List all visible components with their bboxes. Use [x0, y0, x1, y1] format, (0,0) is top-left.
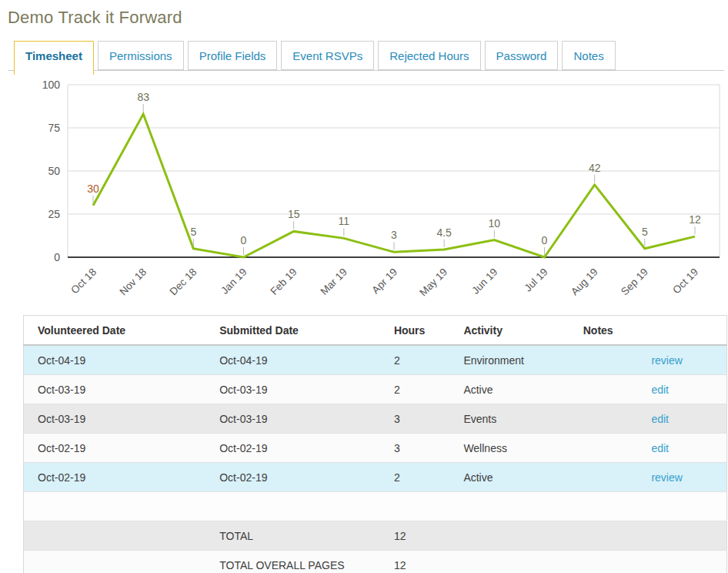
y-axis-tick-label: 100: [42, 79, 61, 91]
cell-notes: [569, 463, 638, 492]
table-row: Oct-03-19Oct-03-192Activeedit: [24, 375, 727, 404]
point-value-label: 11: [339, 215, 350, 227]
review-link[interactable]: review: [651, 354, 682, 367]
point-value-label: 83: [137, 91, 149, 103]
column-header-hours: Hours: [380, 316, 449, 346]
cell-empty: [449, 551, 569, 573]
table-empty-row: [24, 492, 727, 521]
cell-action: edit: [637, 404, 726, 434]
x-axis-tick-label: Oct 19: [670, 266, 700, 297]
hours-chart: 0255075100308350151134.510042512Oct 18No…: [8, 75, 724, 307]
point-value-label: 4.5: [436, 226, 452, 239]
point-value-label: 42: [589, 162, 601, 174]
x-axis-tick-label: Oct 18: [68, 266, 99, 297]
cell-empty: [205, 492, 380, 521]
tab-notes[interactable]: Notes: [562, 41, 615, 70]
cell-empty: [380, 492, 449, 521]
x-axis-tick-label: Mar 19: [319, 266, 349, 297]
cell-empty: [637, 492, 726, 521]
point-value-label: 5: [190, 226, 196, 238]
x-axis-tick-label: Nov 18: [117, 266, 149, 298]
cell-empty: [449, 492, 569, 521]
table-row: Oct-02-19Oct-02-193Wellnessedit: [24, 434, 727, 463]
cell-volunteered-date: Oct-02-19: [24, 434, 206, 463]
timesheet-table: Volunteered DateSubmitted DateHoursActiv…: [23, 315, 727, 573]
cell-empty: [569, 551, 638, 573]
tab-password[interactable]: Password: [485, 41, 559, 70]
column-header-actions: [637, 316, 726, 346]
point-value-label: 0: [542, 234, 548, 246]
cell-submitted-date: Oct-02-19: [205, 463, 380, 492]
cell-volunteered-date: Oct-03-19: [24, 404, 206, 434]
edit-link[interactable]: edit: [651, 384, 669, 396]
cell-action: review: [637, 463, 726, 492]
point-value-label: 3: [391, 229, 397, 241]
table-row: Oct-04-19Oct-04-192Environmentreview: [24, 345, 727, 375]
point-value-label: 12: [689, 213, 701, 226]
point-value-label: 15: [288, 208, 300, 220]
tab-rejected-hours[interactable]: Rejected Hours: [378, 41, 480, 70]
cell-activity: Events: [449, 404, 569, 434]
x-axis-tick-label: Dec 18: [168, 266, 199, 298]
cell-hours: 3: [380, 404, 449, 434]
cell-activity: Active: [449, 463, 569, 492]
x-axis-tick-label: May 19: [417, 266, 449, 299]
column-header-submitted-date: Submitted Date: [205, 316, 380, 346]
tab-timesheet[interactable]: Timesheet: [14, 41, 94, 75]
cell-empty: [569, 521, 638, 551]
x-axis-tick-label: Jan 19: [219, 266, 249, 297]
cell-notes: [569, 375, 638, 404]
cell-submitted-date: Oct-03-19: [205, 404, 380, 434]
tab-profile-fields[interactable]: Profile Fields: [188, 41, 278, 70]
cell-hours: 2: [380, 463, 449, 492]
cell-submitted-date: Oct-04-19: [205, 345, 380, 375]
cell-total-hours: 12: [380, 521, 449, 551]
x-axis-tick-label: Sep 19: [619, 266, 650, 298]
cell-action: review: [637, 345, 726, 375]
cell-action: edit: [637, 434, 726, 463]
cell-empty: [637, 551, 726, 573]
column-header-notes: Notes: [569, 316, 638, 346]
timesheet-table-body: Oct-04-19Oct-04-192EnvironmentreviewOct-…: [24, 345, 727, 573]
x-axis-tick-label: Feb 19: [268, 266, 299, 297]
cell-empty: [24, 492, 206, 521]
cell-total-label: TOTAL: [205, 521, 380, 551]
cell-hours: 2: [380, 375, 449, 404]
edit-link[interactable]: edit: [651, 413, 669, 425]
point-value-label: 30: [87, 183, 99, 195]
cell-empty: [24, 551, 206, 573]
cell-activity: Environment: [449, 345, 569, 375]
tab-event-rsvps[interactable]: Event RSVPs: [281, 41, 374, 70]
cell-activity: Active: [449, 375, 569, 404]
cell-action: edit: [637, 375, 726, 404]
x-axis-tick-label: Jun 19: [469, 266, 499, 297]
cell-total-label: TOTAL OVERALL PAGES: [205, 551, 380, 573]
table-row: Oct-03-19Oct-03-193Eventsedit: [24, 404, 727, 434]
table-total-row: TOTAL12: [24, 521, 727, 551]
edit-link[interactable]: edit: [651, 442, 669, 454]
column-header-volunteered-date: Volunteered Date: [24, 316, 206, 346]
tab-bar: TimesheetPermissionsProfile FieldsEvent …: [14, 41, 724, 75]
cell-activity: Wellness: [449, 434, 569, 463]
x-axis-tick-label: Aug 19: [569, 266, 600, 298]
x-axis-tick-label: Jul 19: [523, 266, 550, 294]
cell-hours: 2: [380, 345, 449, 375]
cell-empty: [637, 521, 726, 551]
table-row: Oct-02-19Oct-02-192Activereview: [24, 463, 727, 492]
tab-permissions[interactable]: Permissions: [98, 41, 184, 70]
cell-empty: [569, 492, 638, 521]
review-link[interactable]: review: [651, 471, 682, 484]
y-axis-tick-label: 75: [48, 122, 60, 134]
table-total-pages-row: TOTAL OVERALL PAGES12: [24, 551, 727, 573]
cell-submitted-date: Oct-02-19: [205, 434, 380, 463]
cell-notes: [569, 404, 638, 434]
table-header-row: Volunteered DateSubmitted DateHoursActiv…: [24, 316, 727, 346]
page-title: Demo Track it Forward: [8, 8, 182, 28]
timesheet-table-container: Volunteered DateSubmitted DateHoursActiv…: [23, 315, 727, 573]
cell-hours: 3: [380, 434, 449, 463]
point-value-label: 10: [489, 217, 501, 230]
cell-volunteered-date: Oct-04-19: [24, 345, 206, 375]
point-value-label: 5: [642, 226, 648, 238]
x-axis-tick-label: Apr 19: [369, 266, 399, 297]
cell-empty: [24, 521, 206, 551]
